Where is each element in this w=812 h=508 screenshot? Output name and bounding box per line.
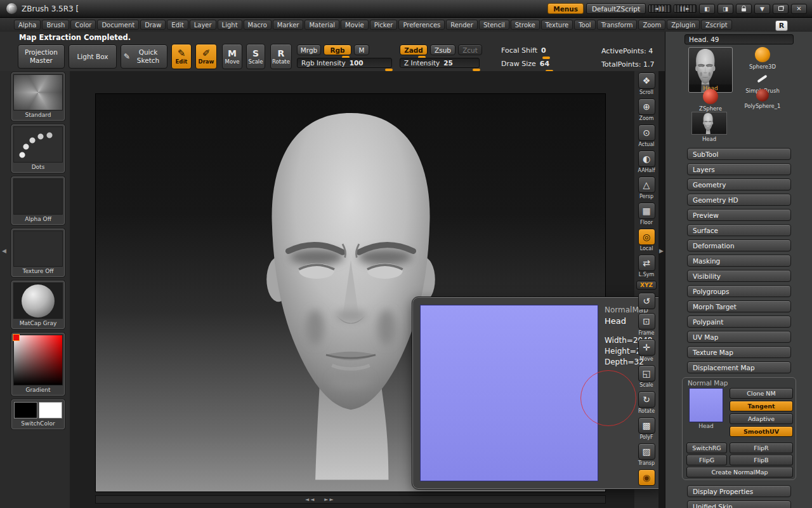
subpalette-layers[interactable]: Layers	[687, 163, 791, 175]
menu-item-edit[interactable]: Edit	[167, 20, 188, 30]
minimize-button[interactable]: ▼	[754, 4, 770, 14]
shelf-item-frame[interactable]: ⊡ Frame	[638, 313, 655, 336]
shelf-item-scroll[interactable]: ❖ Scroll	[638, 72, 655, 95]
subpalette-unified-skin[interactable]: Unified Skin	[687, 500, 791, 508]
subpalette-subtool[interactable]: SubTool	[687, 148, 791, 160]
left-tray-divider-icon[interactable]: ◧	[699, 4, 715, 14]
draw-button[interactable]: ✐ Draw	[195, 44, 217, 69]
menu-item-macro[interactable]: Macro	[244, 20, 272, 30]
tool-head-recent[interactable]: Head	[691, 112, 728, 142]
menu-item-light[interactable]: Light	[218, 20, 242, 30]
menu-item-alpha[interactable]: Alpha	[14, 20, 41, 30]
subpalette-morph-target[interactable]: Morph Target	[687, 300, 791, 312]
menu-item-preferences[interactable]: Preferences	[398, 20, 445, 30]
right-tray-divider[interactable]	[658, 71, 665, 508]
subpalette-preview[interactable]: Preview	[687, 209, 791, 221]
projection-master-button[interactable]: Projection Master	[18, 44, 65, 69]
normal-map-preview-popup[interactable]: NormalMap Head Width=2048 Height=2048 De…	[412, 297, 665, 489]
menus-toggle-button[interactable]: Menus	[547, 3, 584, 14]
canvas-scrollbar[interactable]: ◄◄ ►►	[95, 495, 606, 504]
shelf-item-move[interactable]: ✛ Move	[638, 339, 655, 362]
scroll-left-icon[interactable]: ◄◄	[305, 497, 315, 502]
flip-r-button[interactable]: FlipR	[730, 443, 793, 453]
menu-item-zscript[interactable]: Zscript	[701, 20, 732, 30]
left-tray-collapse-arrow[interactable]: ◀	[2, 248, 6, 254]
menu-item-stroke[interactable]: Stroke	[511, 20, 540, 30]
rgb-button[interactable]: Rgb	[324, 44, 351, 55]
shelf-item-lsym[interactable]: ⇄ L.Sym	[638, 255, 655, 277]
material-selector[interactable]: MatCap Gray	[11, 281, 65, 329]
subpalette-masking[interactable]: Masking	[687, 255, 791, 267]
subpalette-geometry-hd[interactable]: Geometry HD	[687, 194, 791, 206]
subpalette-polypaint[interactable]: Polypaint	[687, 316, 791, 328]
subpalette-geometry[interactable]: Geometry	[687, 178, 791, 190]
zadd-button[interactable]: Zadd	[400, 44, 428, 55]
menu-item-draw[interactable]: Draw	[140, 20, 166, 30]
rotate-button[interactable]: R Rotate	[270, 44, 292, 69]
clone-nm-button[interactable]: Clone NM	[730, 388, 793, 399]
quick-sketch-button[interactable]: ✎ Quick Sketch	[121, 44, 167, 69]
menu-item-brush[interactable]: Brush	[42, 20, 69, 30]
menu-item-zoom[interactable]: Zoom	[638, 20, 665, 30]
main-color-swatch[interactable]	[14, 402, 37, 418]
edit-button[interactable]: ✎ Edit	[171, 44, 192, 69]
menu-item-stencil[interactable]: Stencil	[479, 20, 509, 30]
lock-icon[interactable]	[736, 4, 752, 14]
mrgb-button[interactable]: Mrgb	[297, 44, 321, 55]
shelf-item-rotate[interactable]: ↻ Rotate	[638, 391, 655, 414]
tool-zsphere[interactable]: ZSphere	[692, 89, 729, 112]
subpalette-texture-map[interactable]: Texture Map	[687, 346, 791, 358]
m-button[interactable]: M	[354, 44, 369, 55]
shelf-item-ghost[interactable]: ◉	[638, 469, 655, 486]
subpalette-visibility[interactable]: Visibility	[687, 270, 791, 282]
close-button[interactable]: ✕	[791, 4, 807, 14]
subpalette-displacement-map[interactable]: Displacement Map	[687, 361, 791, 373]
scale-button[interactable]: S Scale	[246, 44, 265, 69]
titlebar-slider-right[interactable]: ‖‖►	[674, 4, 697, 13]
color-picker[interactable]: Gradient	[11, 333, 65, 396]
right-tray-divider-icon[interactable]: ◨	[717, 4, 733, 14]
move-button[interactable]: M Move	[222, 44, 242, 69]
render-quick-button[interactable]: R	[775, 20, 788, 31]
shelf-item-floor[interactable]: ▦ Floor	[638, 203, 655, 225]
stroke-selector[interactable]: Dots	[11, 124, 65, 173]
light-box-button[interactable]: Light Box	[69, 44, 117, 69]
color-gradient-square[interactable]	[13, 335, 63, 385]
menu-item-layer[interactable]: Layer	[190, 20, 216, 30]
menu-item-marker[interactable]: Marker	[273, 20, 304, 30]
subpalette-display-properties[interactable]: Display Properties	[687, 485, 791, 497]
menu-item-tool[interactable]: Tool	[574, 20, 595, 30]
focal-shift-slider[interactable]: Focal Shift 0	[501, 46, 546, 55]
menu-item-document[interactable]: Document	[97, 20, 139, 30]
tool-sphere3d[interactable]: Sphere3D	[744, 47, 781, 70]
titlebar-slider-left[interactable]: ◄‖‖	[648, 4, 671, 13]
menu-item-transform[interactable]: Transform	[597, 20, 638, 30]
active-tool-head[interactable]: Head	[688, 47, 733, 93]
shelf-item-actual[interactable]: ⊙ Actual	[638, 124, 655, 147]
texture-selector[interactable]: Texture Off	[11, 229, 65, 277]
subpalette-uv-map[interactable]: UV Map	[687, 331, 791, 343]
smooth-uv-button[interactable]: SmoothUV	[730, 426, 793, 437]
shelf-item-aahalf[interactable]: ◐ AAHalf	[638, 150, 655, 173]
menu-item-render[interactable]: Render	[446, 20, 478, 30]
default-zscript-button[interactable]: DefaultZScript	[586, 3, 646, 14]
subpalette-deformation[interactable]: Deformation	[687, 239, 791, 251]
restore-button[interactable]	[773, 4, 789, 14]
normal-map-thumbnail[interactable]: Head	[686, 388, 726, 430]
zsub-button[interactable]: Zsub	[430, 44, 455, 55]
subpalette-surface[interactable]: Surface	[687, 224, 791, 236]
secondary-color-swatch[interactable]	[39, 402, 62, 418]
shelf-item-scale[interactable]: ◱ Scale	[638, 365, 655, 388]
shelf-item-persp[interactable]: △ Persp	[638, 177, 655, 199]
menu-item-color[interactable]: Color	[70, 20, 96, 30]
z-intensity-slider[interactable]: Z Intensity 25	[400, 58, 480, 68]
shelf-item-local[interactable]: ◎ Local	[638, 229, 655, 251]
zcut-button[interactable]: Zcut	[458, 44, 482, 55]
draw-size-slider[interactable]: Draw Size 64	[501, 60, 549, 68]
brush-selector[interactable]: Standard	[11, 72, 65, 121]
flip-b-button[interactable]: FlipB	[730, 455, 793, 465]
shelf-item-polyf[interactable]: ▩ PolyF	[638, 417, 655, 440]
shelf-item-transp[interactable]: ▨ Transp	[638, 443, 655, 466]
tool-name-slider[interactable]: Head. 49	[684, 34, 794, 44]
shelf-item-xyz[interactable]: XYZ	[636, 281, 657, 290]
